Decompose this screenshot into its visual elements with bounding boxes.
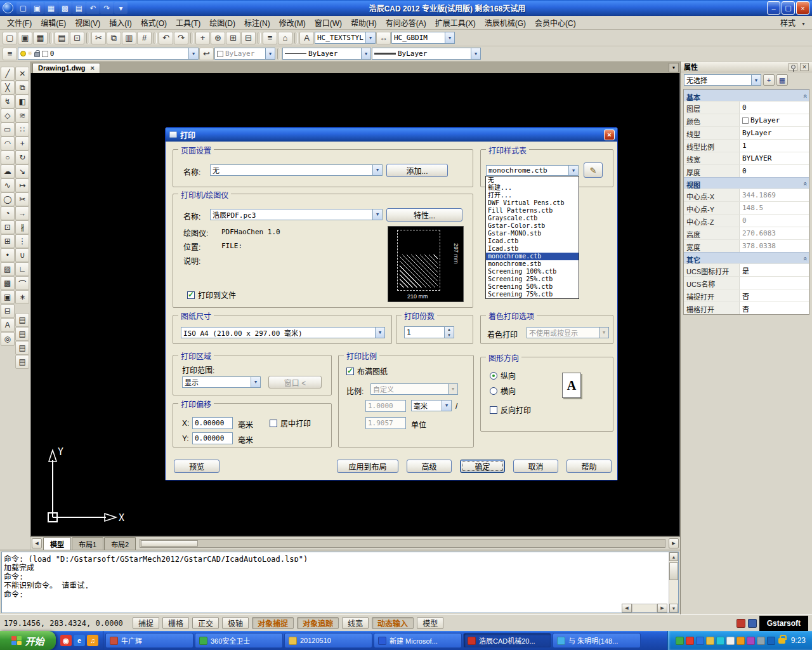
plot-icon[interactable]: ▤ xyxy=(55,32,69,44)
erase-icon[interactable]: ✕ xyxy=(15,67,29,81)
mirror-icon[interactable]: ◧ xyxy=(15,95,29,109)
color-combo[interactable]: ByLayer xyxy=(214,48,275,60)
scroll-down-icon[interactable] xyxy=(669,604,678,613)
spin-down-icon[interactable] xyxy=(445,333,454,338)
save-icon[interactable]: ▦ xyxy=(33,32,48,44)
chevron-down-icon[interactable] xyxy=(372,165,382,175)
center-plot-checkbox[interactable]: 居中打印 xyxy=(270,418,311,428)
fillet-icon[interactable]: ⌒ xyxy=(15,276,29,290)
tray-icon[interactable] xyxy=(696,637,704,645)
apply-to-layout-button[interactable]: 应用到布局 xyxy=(337,460,398,473)
trial-status-icon[interactable] xyxy=(748,619,757,628)
plot-style-option[interactable]: Fill Patterns.ctb xyxy=(486,207,579,215)
plot-preview-icon[interactable]: ⊡ xyxy=(70,32,84,44)
offset-icon[interactable]: ≋ xyxy=(15,109,29,123)
status-toggle-button[interactable]: 对象捕捉 xyxy=(252,617,294,629)
property-row[interactable]: 厚度 0 xyxy=(684,164,809,177)
line-icon[interactable]: ╱ xyxy=(1,67,15,81)
property-row[interactable]: 图层 0 xyxy=(684,101,809,114)
cut-icon[interactable]: ✂ xyxy=(91,32,106,44)
clipboard-icon[interactable]: ▤ xyxy=(15,341,29,355)
property-row[interactable]: 线型 ByLayer xyxy=(684,126,809,139)
property-row[interactable]: 基本 xyxy=(684,90,809,101)
property-row[interactable]: 视图 xyxy=(684,177,809,189)
printer-combo[interactable]: 浩辰PDF.pc3 xyxy=(210,209,383,220)
quick-select-icon[interactable]: ▦ xyxy=(776,74,788,86)
plot-style-option[interactable]: Icad.stb xyxy=(486,245,579,253)
chevron-down-icon[interactable] xyxy=(365,32,375,43)
chevron-down-icon[interactable] xyxy=(442,401,451,411)
selection-combo[interactable]: 无选择 xyxy=(684,74,761,86)
make-block-icon[interactable]: ⊞ xyxy=(1,234,15,248)
property-row[interactable]: 中心点-Y 148.5 xyxy=(684,201,809,214)
printer-properties-button[interactable]: 特性... xyxy=(386,208,462,222)
menu-item[interactable]: 浩辰机械(G) xyxy=(480,15,530,30)
chevron-down-icon[interactable] xyxy=(375,328,384,338)
scrollbar-thumb[interactable] xyxy=(669,562,678,580)
arc-icon[interactable]: ◠ xyxy=(1,136,15,150)
layout-tab[interactable]: 布局1 xyxy=(72,537,103,550)
plot-upside-down-checkbox[interactable]: 反向打印 xyxy=(490,404,531,415)
hatch-icon[interactable]: ▨ xyxy=(1,262,15,276)
plot-notify-icon[interactable] xyxy=(737,619,745,628)
layer-previous-icon[interactable]: ↩ xyxy=(199,48,214,60)
open-icon[interactable]: ▣ xyxy=(30,2,44,14)
taskbar-task-button[interactable]: 牛广辉 xyxy=(105,633,193,648)
scroll-right-icon[interactable] xyxy=(657,604,667,613)
app-logo-icon[interactable] xyxy=(3,3,13,13)
toggle-pickadd-icon[interactable]: + xyxy=(763,74,775,86)
break-at-point-icon[interactable]: ⋮ xyxy=(15,234,29,248)
save-all-icon[interactable]: ▩ xyxy=(58,2,72,14)
zoom-realtime-icon[interactable]: ⊕ xyxy=(211,32,225,44)
tray-icon[interactable] xyxy=(676,637,684,645)
plot-style-option[interactable]: monochrome.stb xyxy=(486,260,579,268)
menu-item[interactable]: 绘图(D) xyxy=(205,15,240,30)
match-properties-icon[interactable]: # xyxy=(137,32,152,44)
redo-icon[interactable]: ↷ xyxy=(174,32,188,44)
new-icon[interactable]: ▢ xyxy=(16,2,30,14)
plot-style-option[interactable]: Gstar-Color.stb xyxy=(486,222,579,230)
gradient-icon[interactable]: ▩ xyxy=(1,276,15,290)
taskbar-task-button[interactable]: 与 朱明明(148... xyxy=(553,633,641,648)
menu-item[interactable]: 会员中心(C) xyxy=(530,15,580,30)
array-icon[interactable]: ∷ xyxy=(15,123,29,136)
add-page-setup-button[interactable]: 添加... xyxy=(386,164,448,177)
explode-icon[interactable]: ∗ xyxy=(15,290,29,304)
restore-button[interactable]: ▢ xyxy=(782,1,795,15)
clipboard-icon[interactable]: ▤ xyxy=(15,313,29,327)
start-button[interactable]: 开始 xyxy=(0,631,56,650)
dialog-close-button[interactable] xyxy=(604,129,615,140)
command-horizontal-scrollbar[interactable] xyxy=(622,604,667,613)
copy-icon[interactable]: ⧉ xyxy=(107,32,121,44)
region-icon[interactable]: ▣ xyxy=(1,290,15,304)
pan-icon[interactable]: + xyxy=(195,32,210,44)
property-row[interactable]: 线型比例 1 xyxy=(684,139,809,152)
plot-style-option[interactable]: 无 xyxy=(486,176,579,184)
plot-style-option[interactable]: Screening 100%.ctb xyxy=(486,268,579,275)
property-row[interactable]: 其它 xyxy=(684,252,809,263)
property-row[interactable]: 宽度 378.0338 xyxy=(684,239,809,252)
point-icon[interactable]: • xyxy=(1,248,15,262)
new-icon[interactable]: ▢ xyxy=(3,32,17,44)
plot-icon[interactable]: ▤ xyxy=(72,2,86,14)
ellipse-arc-icon[interactable]: ◔ xyxy=(1,206,15,220)
taskbar-task-button[interactable]: 浩辰CAD机械20... xyxy=(463,633,551,648)
spline-icon[interactable]: ∿ xyxy=(1,178,15,192)
insert-block-icon[interactable]: ⊡ xyxy=(1,220,15,234)
ellipse-icon[interactable]: ◯ xyxy=(1,192,15,206)
copy-object-icon[interactable]: ⧉ xyxy=(15,81,29,95)
plot-style-option[interactable]: Screening 75%.ctb xyxy=(486,291,579,298)
plot-style-combo[interactable]: monochrome.ctb xyxy=(486,165,579,176)
quickbar-menu-icon[interactable]: ▾ xyxy=(114,2,128,14)
ok-button[interactable]: 确定 xyxy=(460,460,505,473)
panel-close-icon[interactable] xyxy=(800,63,809,71)
scale-unit-combo[interactable]: 毫米 xyxy=(411,400,452,411)
offset-x-input[interactable]: 0.00000 xyxy=(192,417,233,429)
plot-style-option[interactable]: Icad.ctb xyxy=(486,237,579,245)
property-row[interactable]: 线宽 BYLAYER xyxy=(684,152,809,164)
rotate-icon[interactable]: ↻ xyxy=(15,150,29,164)
portrait-radio[interactable]: 纵向 xyxy=(490,370,516,381)
tab-list-icon[interactable] xyxy=(669,63,679,72)
property-row[interactable]: 栅格打开 否 xyxy=(684,302,809,314)
menu-item[interactable]: 帮助(H) xyxy=(346,15,381,30)
